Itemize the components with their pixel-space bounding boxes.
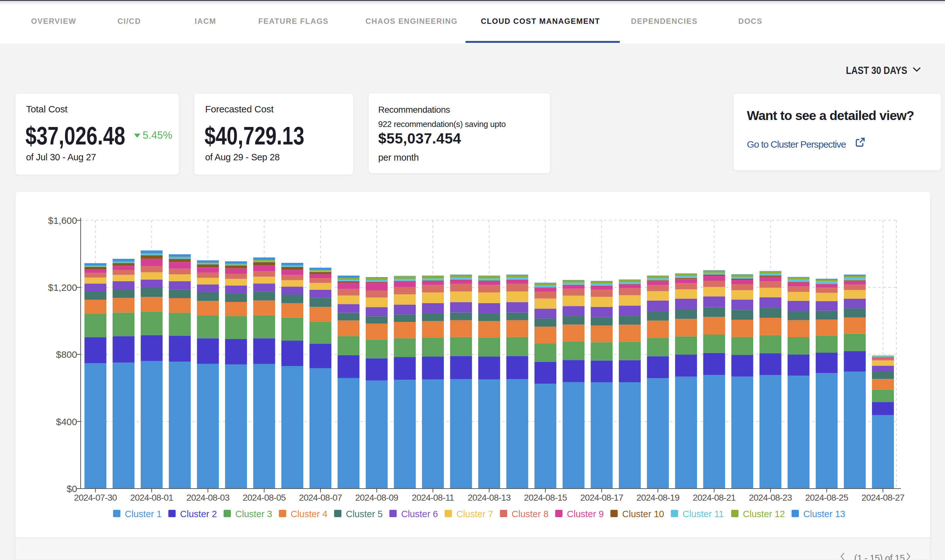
- svg-text:2024-08-19: 2024-08-19: [636, 493, 679, 503]
- svg-text:2024-08-25: 2024-08-25: [805, 493, 848, 503]
- svg-text:Cluster 5: Cluster 5: [346, 509, 383, 519]
- svg-text:$400: $400: [56, 417, 77, 427]
- svg-text:Cluster 7: Cluster 7: [456, 509, 493, 519]
- svg-text:Cluster 13: Cluster 13: [803, 509, 845, 519]
- svg-text:$1,200: $1,200: [48, 282, 77, 293]
- svg-text:Cluster 4: Cluster 4: [291, 509, 327, 519]
- svg-text:Cluster 3: Cluster 3: [235, 509, 272, 519]
- svg-text:2024-08-01: 2024-08-01: [130, 493, 173, 503]
- svg-text:2024-08-11: 2024-08-11: [412, 493, 454, 503]
- svg-text:2024-07-30: 2024-07-30: [74, 493, 117, 503]
- svg-text:Cluster 9: Cluster 9: [567, 509, 603, 519]
- svg-text:Cluster 1: Cluster 1: [125, 509, 162, 519]
- svg-text:2024-08-17: 2024-08-17: [580, 493, 623, 503]
- svg-text:Cluster 6: Cluster 6: [401, 509, 438, 519]
- svg-text:2024-08-03: 2024-08-03: [186, 493, 229, 503]
- svg-text:2024-08-09: 2024-08-09: [356, 493, 398, 503]
- svg-text:2024-08-23: 2024-08-23: [749, 493, 792, 503]
- svg-text:Cluster 2: Cluster 2: [180, 509, 217, 519]
- svg-text:2024-08-05: 2024-08-05: [243, 493, 285, 503]
- svg-text:Cluster 10: Cluster 10: [622, 509, 664, 519]
- svg-text:Cluster 8: Cluster 8: [511, 509, 548, 519]
- svg-text:Cluster 11: Cluster 11: [683, 509, 724, 519]
- svg-text:$1,600: $1,600: [48, 215, 77, 226]
- svg-text:2024-08-15: 2024-08-15: [524, 493, 567, 503]
- svg-text:2024-08-07: 2024-08-07: [299, 493, 342, 503]
- svg-text:2024-08-27: 2024-08-27: [862, 493, 904, 503]
- svg-text:2024-08-13: 2024-08-13: [468, 493, 511, 503]
- svg-text:$800: $800: [56, 349, 77, 360]
- svg-text:2024-08-21: 2024-08-21: [693, 493, 736, 503]
- svg-text:Cluster 12: Cluster 12: [743, 509, 785, 519]
